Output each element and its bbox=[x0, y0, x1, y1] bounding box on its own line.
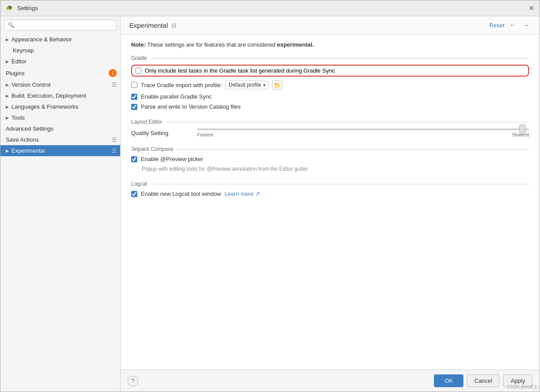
quality-slider-thumb[interactable] bbox=[519, 125, 525, 134]
quality-slider-container: Fastest Slowest bbox=[197, 128, 529, 137]
enable-preview-row: Enable @Preview picker bbox=[131, 156, 529, 162]
forward-button[interactable]: → bbox=[521, 21, 531, 29]
quality-slider-labels: Fastest Slowest bbox=[197, 132, 529, 137]
experimental-icon: ☰ bbox=[112, 148, 117, 154]
main-content: Experimental ⊟ Reset ← → Note: These set… bbox=[121, 16, 540, 392]
sidebar-item-keymap[interactable]: Keymap bbox=[0, 45, 120, 56]
enable-logcat-row: Enable new Logcat tool window Learn more… bbox=[131, 191, 529, 197]
quality-slider-track[interactable] bbox=[197, 128, 529, 130]
learn-more-link[interactable]: Learn more ↗ bbox=[224, 191, 260, 197]
only-include-test-label: Only include test tasks in the Gradle ta… bbox=[145, 67, 335, 74]
enable-preview-subtext: Popup with editing tools for @Preview an… bbox=[131, 166, 529, 172]
sidebar-item-label: Languages & Frameworks bbox=[11, 103, 78, 110]
window-title: Settings bbox=[17, 5, 38, 11]
sidebar-item-tools[interactable]: Tools bbox=[0, 112, 120, 123]
only-include-test-row: Only include test tasks in the Gradle ta… bbox=[131, 65, 529, 77]
enable-preview-label: Enable @Preview picker bbox=[141, 156, 203, 162]
version-control-icon: ☰ bbox=[112, 82, 117, 88]
jetpack-compose-section: Jetpack Compose Enable @Preview picker P… bbox=[131, 146, 529, 172]
sidebar-item-languages[interactable]: Languages & Frameworks bbox=[0, 101, 120, 112]
content-area: 🔍 Appearance & Behavior Keymap Editor Pl… bbox=[0, 16, 540, 392]
parse-write-checkbox[interactable] bbox=[131, 104, 137, 110]
gradle-section: Gradle Only include test tasks in the Gr… bbox=[131, 55, 529, 110]
search-input[interactable] bbox=[16, 22, 113, 28]
sidebar-item-editor[interactable]: Editor bbox=[0, 56, 120, 67]
main-header: Experimental ⊟ Reset ← → bbox=[121, 16, 540, 34]
bottom-bar: ? OK Cancel Apply bbox=[121, 370, 540, 392]
cancel-button[interactable]: Cancel bbox=[467, 374, 500, 387]
main-title: Experimental bbox=[129, 22, 168, 29]
gradle-section-title: Gradle bbox=[131, 55, 529, 61]
sidebar-item-plugins[interactable]: Plugins 1 bbox=[0, 67, 120, 79]
quality-label: Quality Setting bbox=[131, 130, 197, 136]
sidebar-item-label: Build, Execution, Deployment bbox=[11, 92, 86, 99]
note-box: Note: These settings are for features th… bbox=[131, 41, 529, 48]
quality-setting-row: Quality Setting Fastest Slowest bbox=[131, 128, 529, 137]
sidebar-item-label: Appearance & Behavior bbox=[11, 36, 72, 43]
profile-select[interactable]: Default profile ▾ bbox=[225, 81, 268, 89]
parse-write-label: Parse and write to Version Catalog files bbox=[141, 103, 241, 110]
main-body: Note: These settings are for features th… bbox=[121, 34, 540, 370]
plugins-badge: 1 bbox=[109, 69, 117, 77]
sidebar-item-label: Version Control bbox=[11, 81, 51, 88]
logcat-section-title: Logcat bbox=[131, 181, 529, 187]
watermark: CSDN @码星刻 bbox=[507, 384, 538, 390]
quality-min-label: Fastest bbox=[197, 132, 213, 137]
title-bar: 🐢 Settings ✕ bbox=[0, 0, 540, 16]
sidebar-item-build[interactable]: Build, Execution, Deployment bbox=[0, 90, 120, 101]
enable-parallel-label: Enable parallel Gradle Sync bbox=[141, 93, 212, 100]
trace-gradle-label: Trace Gradle import with profile: bbox=[141, 82, 222, 88]
sidebar-item-label: Plugins bbox=[6, 70, 25, 77]
sidebar-item-version-control[interactable]: Version Control ☰ bbox=[0, 79, 120, 90]
profile-select-value: Default profile bbox=[228, 82, 261, 88]
folder-button[interactable]: 📁 bbox=[272, 80, 283, 90]
jetpack-compose-section-title: Jetpack Compose bbox=[131, 146, 529, 152]
sidebar-item-label: Tools bbox=[11, 114, 25, 121]
sidebar-item-appearance[interactable]: Appearance & Behavior bbox=[0, 34, 120, 45]
sidebar-item-label: Editor bbox=[11, 58, 26, 65]
ok-button[interactable]: OK bbox=[434, 374, 463, 387]
search-box[interactable]: 🔍 bbox=[4, 20, 117, 30]
search-icon: 🔍 bbox=[8, 22, 15, 28]
select-arrow-icon: ▾ bbox=[263, 83, 265, 88]
enable-logcat-checkbox[interactable] bbox=[131, 191, 137, 197]
sidebar-item-experimental[interactable]: Experimental ☰ bbox=[0, 145, 120, 156]
note-text: These settings are for features that are… bbox=[147, 41, 276, 48]
parse-write-row: Parse and write to Version Catalog files bbox=[131, 103, 529, 110]
enable-parallel-checkbox[interactable] bbox=[131, 94, 137, 100]
trace-gradle-checkbox[interactable] bbox=[131, 82, 137, 88]
layout-editor-section: Layout Editor Quality Setting Fastest Sl… bbox=[131, 119, 529, 137]
back-button[interactable]: ← bbox=[508, 21, 518, 29]
sidebar-item-label: Save Actions bbox=[6, 136, 39, 143]
save-actions-icon: ☰ bbox=[112, 137, 117, 143]
enable-parallel-row: Enable parallel Gradle Sync bbox=[131, 93, 529, 100]
only-include-test-checkbox[interactable] bbox=[136, 68, 141, 73]
app-icon: 🐢 bbox=[6, 4, 14, 12]
help-button[interactable]: ? bbox=[128, 376, 138, 386]
enable-logcat-label: Enable new Logcat tool window bbox=[141, 191, 221, 197]
sidebar-item-save-actions[interactable]: Save Actions ☰ bbox=[0, 134, 120, 145]
sidebar-item-label: Advanced Settings bbox=[6, 125, 53, 132]
note-bold: experimental. bbox=[277, 41, 314, 48]
reset-button[interactable]: Reset bbox=[489, 22, 504, 29]
sidebar-item-label: Keymap bbox=[13, 47, 34, 54]
sidebar-item-label: Experimental bbox=[11, 147, 45, 154]
header-settings-icon: ⊟ bbox=[172, 22, 176, 29]
layout-editor-section-title: Layout Editor bbox=[131, 119, 529, 125]
trace-gradle-row: Trace Gradle import with profile: Defaul… bbox=[131, 80, 529, 90]
sidebar: 🔍 Appearance & Behavior Keymap Editor Pl… bbox=[0, 16, 121, 392]
note-label: Note: bbox=[131, 41, 146, 48]
close-button[interactable]: ✕ bbox=[529, 5, 534, 12]
sidebar-item-advanced-settings[interactable]: Advanced Settings bbox=[0, 123, 120, 134]
enable-preview-checkbox[interactable] bbox=[131, 156, 137, 162]
logcat-section: Logcat Enable new Logcat tool window Lea… bbox=[131, 181, 529, 197]
